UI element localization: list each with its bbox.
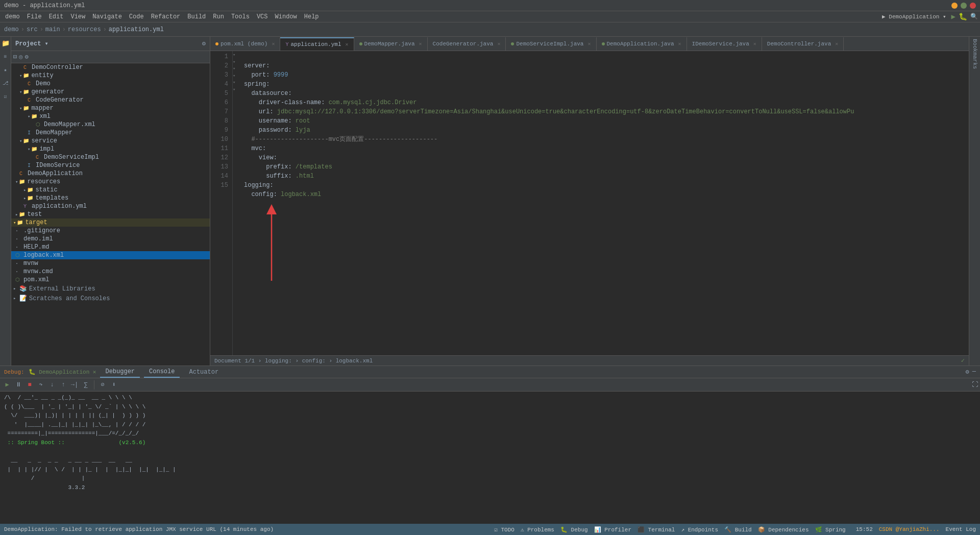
panel-minimize-btn[interactable]: — [972,368,976,376]
tree-static[interactable]: ▸ 📁 static [11,186,210,194]
collapse-all-btn[interactable]: ⊟ [13,53,17,61]
menu-code[interactable]: Code [126,12,147,21]
tree-demoserviceimpl[interactable]: C DemoServiceImpl [11,153,210,161]
run-btn[interactable]: ▶ [951,12,955,21]
tree-entity[interactable]: ▾ 📁 entity [11,71,210,80]
tree-demoiml[interactable]: · demo.iml [11,235,210,243]
tree-impl[interactable]: ▾ 📁 impl [11,145,210,153]
menu-view[interactable]: View [67,12,88,21]
scroll-end-btn[interactable]: ⬇ [109,380,119,390]
status-dependencies[interactable]: 📦 Dependencies [758,526,809,533]
run-config-dropdown[interactable]: ▶ DemoApplication ▾ [882,13,946,20]
panel-gear[interactable]: ⚙ [202,40,206,47]
tree-mapper[interactable]: ▾ 📁 mapper [11,104,210,112]
pause-btn[interactable]: ⏸ [13,380,23,390]
tab-close[interactable]: ✕ [835,41,838,47]
menu-run[interactable]: Run [210,12,227,21]
run-to-cursor-btn[interactable]: →| [69,380,80,390]
tab-demoapplication[interactable]: DemoApplication.java ✕ [597,37,687,51]
tree-templates[interactable]: ▸ 📁 templates [11,194,210,202]
step-into-btn[interactable]: ↓ [47,380,57,390]
maximize-btn[interactable] [961,3,967,9]
menu-window[interactable]: Window [272,12,300,21]
status-profiler[interactable]: 📊 Profiler [594,526,631,533]
tree-demo-controller[interactable]: C DemoController [11,63,210,71]
project-icon[interactable]: 📁 [1,39,10,48]
tree-pomxml[interactable]: ⬡ pom.xml [11,276,210,284]
tree-demo[interactable]: C Demo [11,80,210,88]
menu-help[interactable]: Help [301,12,322,21]
structure-icon[interactable]: ≡ [1,52,10,61]
status-eventlog[interactable]: Event Log [946,526,976,532]
status-todo[interactable]: ☑ TODO [494,526,514,533]
bookmarks-icon[interactable]: Bookmarks [972,39,978,69]
project-panel-title[interactable]: Project ▾ [15,40,48,47]
panel-settings-btn[interactable]: ⚙ [966,368,969,376]
menu-file[interactable]: File [24,12,45,21]
tab-idemservice[interactable]: IDemoService.java ✕ [687,37,762,51]
tab-close[interactable]: ✕ [272,41,275,47]
tab-codegen[interactable]: CodeGenerator.java ✕ [428,37,506,51]
status-debug[interactable]: 🐛 Debug [560,526,588,533]
tree-external-libs[interactable]: ▸ 📚 External Libraries [11,284,210,294]
todo-icon[interactable]: ☑ [1,92,10,101]
settings-btn[interactable]: ⚙ [24,53,28,61]
menu-edit[interactable]: Edit [46,12,67,21]
status-terminal[interactable]: ⬛ Terminal [638,526,675,533]
menu-demo[interactable]: demo [2,12,23,21]
tab-demomapper[interactable]: DemoMapper.java ✕ [354,37,428,51]
tab-close[interactable]: ✕ [753,41,756,47]
tab-close[interactable]: ✕ [587,41,591,47]
bc-resources[interactable]: resources [68,26,101,33]
status-build[interactable]: 🔨 Build [724,526,752,533]
code-editor[interactable]: 12345 678910 1112131415 ▾ ▾▾ ▾ ▾ ▾ serve… [210,51,969,355]
step-out-btn[interactable]: ↑ [58,380,68,390]
tab-actuator[interactable]: Actuator [184,367,224,378]
clear-btn[interactable]: ⊘ [97,380,108,390]
tree-gitignore[interactable]: · .gitignore [11,227,210,235]
debug-btn[interactable]: 🐛 [959,12,967,21]
menu-navigate[interactable]: Navigate [89,12,125,21]
tab-applicationyml[interactable]: Y application.yml ✕ [280,37,354,51]
tree-resources[interactable]: ▾ 📁 resources [11,178,210,186]
tab-democontroller[interactable]: DemoController.java ✕ [762,37,844,51]
tree-idemservice[interactable]: I IDemoService [11,161,210,169]
status-problems[interactable]: ⚠ Problems [521,526,554,533]
tree-mvnw[interactable]: · mvnw [11,259,210,268]
tree-target[interactable]: ▾ 📁 target [11,218,210,227]
menu-vcs[interactable]: VCS [254,12,271,21]
tree-demomapper[interactable]: I DemoMapper [11,129,210,137]
tree-codegen[interactable]: C CodeGenerator [11,96,210,104]
minimize-btn[interactable] [951,3,958,9]
status-spring[interactable]: 🌿 Spring [815,526,846,533]
bc-src[interactable]: src [27,26,38,33]
tree-test[interactable]: ▸ 📁 test [11,210,210,218]
tab-pomxml[interactable]: pom.xml (demo) ✕ [210,37,280,51]
tab-console[interactable]: Console [144,367,180,378]
tree-service[interactable]: ▾ 📁 service [11,137,210,145]
evaluate-btn[interactable]: ∑ [81,380,91,390]
menu-build[interactable]: Build [184,12,209,21]
resume-btn[interactable]: ▶ [2,380,12,390]
tree-helpmd[interactable]: · HELP.md [11,243,210,251]
tree-demomapper-xml[interactable]: ⬡ DemoMapper.xml [11,120,210,129]
tab-demoserviceimpl[interactable]: DemoServiceImpl.java ✕ [506,37,596,51]
tree-xml[interactable]: ▾ 📁 xml [11,112,210,120]
tab-close[interactable]: ✕ [497,41,500,47]
menu-tools[interactable]: Tools [228,12,253,21]
tree-mvnwcmd[interactable]: · mvnw.cmd [11,268,210,276]
tree-logbackxml[interactable]: ⬡ logback.xml [11,251,210,259]
code-content[interactable]: server: port: 9999 spring: datasource: d… [240,51,969,355]
tree-demoapplication[interactable]: C DemoApplication [11,169,210,178]
bc-main[interactable]: main [45,26,60,33]
tab-close[interactable]: ✕ [346,41,349,47]
tree-scratches[interactable]: ▸ 📝 Scratches and Consoles [11,294,210,303]
vcs-icon[interactable]: ⎇ [1,79,10,88]
tab-close[interactable]: ✕ [419,41,422,47]
favorites-icon[interactable]: ★ [1,65,10,75]
tab-debugger[interactable]: Debugger [100,367,140,378]
tree-applicationyml[interactable]: Y application.yml [11,202,210,210]
tree-generator[interactable]: ▾ 📁 generator [11,88,210,96]
tab-close[interactable]: ✕ [678,41,681,47]
close-btn[interactable] [970,3,976,9]
